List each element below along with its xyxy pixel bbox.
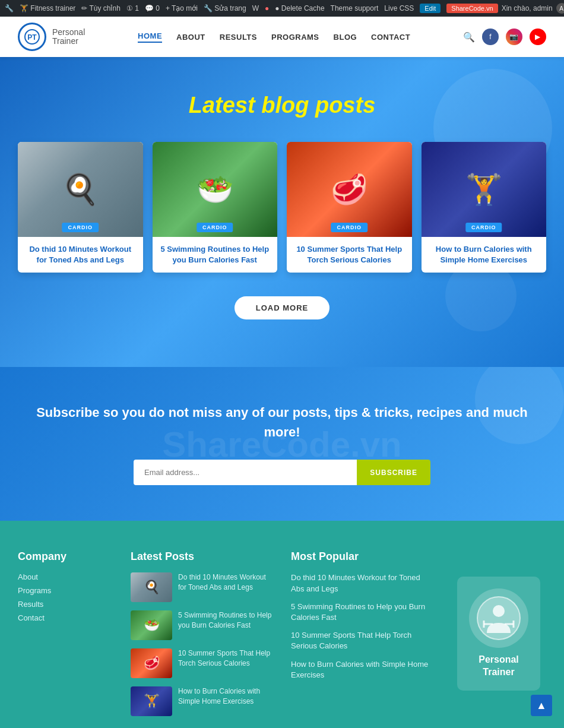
card-1-title: Do thid 10 Minutes Workout for Toned Abs…: [25, 244, 136, 265]
footer-logo-col: PersonalTrainer: [451, 550, 546, 716]
footer-most-popular-col: Most Popular Do thid 10 Minutes Workout …: [291, 550, 433, 716]
admin-bar: 🔧 🏋 Fitness trainer ✏ Tùy chỉnh ① 1 💬 0 …: [0, 0, 564, 17]
card-4-img-wrap: 🏋 CARDIO: [422, 142, 547, 237]
footer-link-contact[interactable]: Contact: [18, 613, 113, 622]
footer-post-4-title: How to Burn Calories with Simple Home Ex…: [178, 686, 273, 707]
admin-edit-btn[interactable]: Edit: [420, 4, 441, 13]
svg-point-2: [477, 597, 520, 640]
card-2-badge: CARDIO: [197, 223, 233, 232]
footer-post-4[interactable]: 🏋 How to Burn Calories with Simple Home …: [131, 686, 273, 716]
footer-link-about[interactable]: About: [18, 572, 113, 581]
card-3-img-wrap: 🥩 CARDIO: [287, 142, 412, 237]
logo-icon: PT: [18, 23, 46, 51]
admin-comments[interactable]: ① 1: [126, 4, 139, 12]
header-youtube-icon[interactable]: ▶: [530, 29, 546, 45]
main-nav: HOME ABOUT RESULTS PROGRAMS BLOG CONTACT: [138, 31, 410, 43]
nav-contact[interactable]: CONTACT: [371, 33, 410, 42]
admin-delete-cache-label[interactable]: ● Delete Cache: [275, 4, 324, 12]
footer-post-1-title: Do thid 10 Minutes Workout for Toned Abs…: [178, 572, 273, 593]
blog-card-3[interactable]: 🥩 CARDIO 10 Summer Sports That Help Torc…: [287, 142, 412, 273]
admin-avatar: A: [556, 3, 564, 14]
card-3-title: 10 Summer Sports That Help Torch Serious…: [294, 244, 405, 265]
footer-post-1-thumb: 🍳: [131, 572, 172, 602]
blog-card-4[interactable]: 🏋 CARDIO How to Burn Calories with Simpl…: [422, 142, 547, 273]
card-3-badge: CARDIO: [331, 223, 368, 232]
subscribe-button[interactable]: SUBSCRIBE: [357, 460, 430, 485]
footer-logo-icon: [469, 588, 528, 648]
nav-about[interactable]: ABOUT: [176, 33, 205, 42]
admin-fitness-trainer[interactable]: 🏋 Fitness trainer: [20, 4, 75, 12]
admin-live-css[interactable]: Live CSS: [384, 4, 414, 12]
card-3-body: 10 Summer Sports That Help Torch Serious…: [287, 237, 412, 273]
blog-cards-grid: 🍳 CARDIO Do thid 10 Minutes Workout for …: [18, 142, 546, 273]
svg-point-3: [493, 605, 505, 617]
subscribe-form: SUBSCRIBE: [134, 460, 430, 485]
load-more-button[interactable]: LOAD MORE: [235, 296, 329, 319]
footer-post-2-title: 5 Swimming Routines to Help you Burn Cal…: [178, 610, 273, 631]
sharecode-logo: ShareCode.vn: [446, 4, 498, 13]
scroll-to-top-button[interactable]: ▲: [531, 695, 552, 716]
popular-item-2[interactable]: 5 Swimming Routines to Help you Burn Cal…: [291, 602, 433, 623]
popular-item-4[interactable]: How to Burn Calories with Simple Home Ex…: [291, 659, 433, 680]
footer-post-2-thumb: 🥗: [131, 610, 172, 640]
svg-text:PT: PT: [27, 33, 37, 42]
popular-item-1[interactable]: Do thid 10 Minutes Workout for Toned Abs…: [291, 572, 433, 594]
subscribe-section: Subscribe so you do not miss any of our …: [0, 367, 564, 521]
footer-grid: Company About Programs Results Contact L…: [18, 550, 546, 716]
footer-link-results[interactable]: Results: [18, 600, 113, 609]
card-1-body: Do thid 10 Minutes Workout for Toned Abs…: [18, 237, 143, 273]
footer-logo-text: PersonalTrainer: [469, 654, 528, 679]
footer-logo-box: PersonalTrainer: [457, 577, 540, 691]
card-1-badge: CARDIO: [62, 223, 99, 232]
card-2-body: 5 Swimming Routines to Help you Burn Cal…: [153, 237, 278, 273]
blog-card-2[interactable]: 🥗 CARDIO 5 Swimming Routines to Help you…: [153, 142, 278, 273]
card-1-img-wrap: 🍳 CARDIO: [18, 142, 143, 237]
header-icons: 🔍 f 📷 ▶: [463, 29, 546, 45]
footer-company-col: Company About Programs Results Contact: [18, 550, 113, 716]
footer-link-programs[interactable]: Programs: [18, 586, 113, 595]
email-input[interactable]: [134, 460, 357, 485]
admin-delete-cache[interactable]: ●: [265, 4, 269, 12]
admin-messages[interactable]: 💬 0: [145, 4, 160, 12]
footer-company-heading: Company: [18, 550, 113, 563]
logo-text: Personal Trainer: [52, 28, 85, 46]
footer-posts-list: 🍳 Do thid 10 Minutes Workout for Toned A…: [131, 572, 273, 716]
load-more-wrap: LOAD MORE: [18, 296, 546, 319]
footer-latest-posts-col: Latest Posts 🍳 Do thid 10 Minutes Workou…: [131, 550, 273, 716]
logo-svg: PT: [24, 29, 40, 45]
nav-results[interactable]: RESULTS: [220, 33, 257, 42]
card-4-title: How to Burn Calories with Simple Home Ex…: [429, 244, 540, 265]
admin-sharecode-badge: ShareCode.vn Xin chào, admin A 🔍: [446, 3, 564, 14]
nav-programs[interactable]: PROGRAMS: [271, 33, 319, 42]
admin-new[interactable]: + Tạo mới: [166, 4, 198, 12]
logo-trainer: Trainer: [52, 37, 85, 46]
footer-latest-heading: Latest Posts: [131, 550, 273, 563]
footer-post-1[interactable]: 🍳 Do thid 10 Minutes Workout for Toned A…: [131, 572, 273, 602]
admin-edit-page[interactable]: 🔧 Sửa trang: [204, 4, 246, 12]
nav-blog[interactable]: BLOG: [334, 33, 357, 42]
logo-personal: Personal: [52, 28, 85, 37]
site-footer: Company About Programs Results Contact L…: [0, 521, 564, 728]
popular-item-3[interactable]: 10 Summer Sports That Help Torch Serious…: [291, 630, 433, 651]
footer-post-3-title: 10 Summer Sports That Help Torch Serious…: [178, 648, 273, 669]
admin-theme-support[interactable]: Theme support: [331, 4, 379, 12]
header-search-icon[interactable]: 🔍: [463, 31, 475, 43]
admin-customize[interactable]: ✏ Tùy chỉnh: [81, 4, 120, 12]
admin-wp[interactable]: W: [252, 4, 259, 12]
card-4-body: How to Burn Calories with Simple Home Ex…: [422, 237, 547, 273]
footer-logo-svg: [475, 594, 522, 642]
header-facebook-icon[interactable]: f: [482, 29, 499, 45]
nav-home[interactable]: HOME: [138, 31, 162, 43]
footer-post-2[interactable]: 🥗 5 Swimming Routines to Help you Burn C…: [131, 610, 273, 640]
site-header: PT Personal Trainer HOME ABOUT RESULTS P…: [0, 17, 564, 57]
blog-card-1[interactable]: 🍳 CARDIO Do thid 10 Minutes Workout for …: [18, 142, 143, 273]
footer-post-3-thumb: 🥩: [131, 648, 172, 678]
card-2-title: 5 Swimming Routines to Help you Burn Cal…: [160, 244, 271, 265]
admin-greeting: Xin chào, admin: [502, 4, 553, 12]
admin-wp-icon: 🔧: [5, 4, 14, 12]
logo-area: PT Personal Trainer: [18, 23, 85, 51]
footer-post-3[interactable]: 🥩 10 Summer Sports That Help Torch Serio…: [131, 648, 273, 678]
header-instagram-icon[interactable]: 📷: [506, 29, 522, 45]
footer-post-4-thumb: 🏋: [131, 686, 172, 716]
blog-section-title: Latest blog posts: [18, 93, 546, 118]
